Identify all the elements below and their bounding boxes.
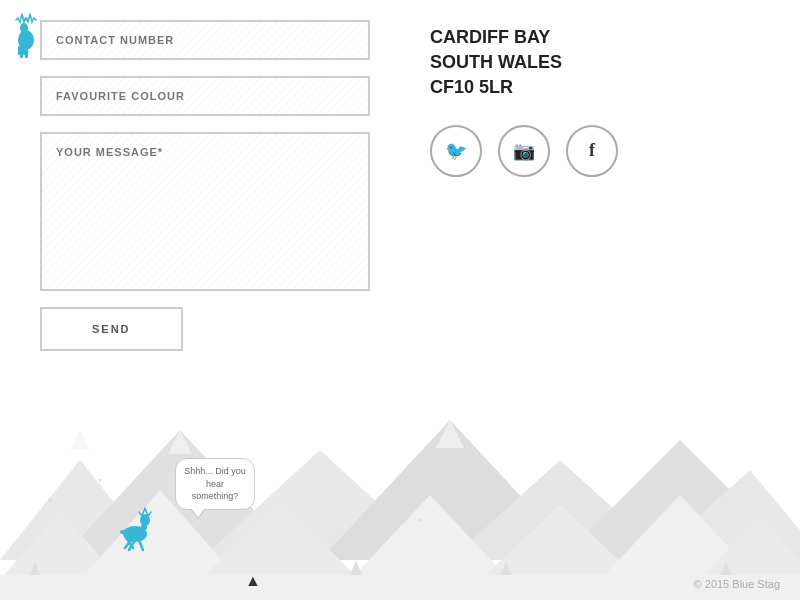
speech-bubble-text: Shhh... Did you hear something? bbox=[184, 466, 246, 501]
message-field bbox=[40, 132, 370, 291]
instagram-link[interactable]: 📷 bbox=[498, 125, 550, 177]
message-textarea[interactable] bbox=[42, 134, 368, 289]
address-block: CARDIFF BAY SOUTH WALES CF10 5LR bbox=[430, 25, 760, 101]
svg-marker-20 bbox=[70, 430, 90, 450]
facebook-link[interactable]: f bbox=[566, 125, 618, 177]
social-icons-group: 🐦 📷 f bbox=[430, 125, 760, 177]
contact-number-input[interactable] bbox=[42, 22, 368, 58]
svg-point-24 bbox=[48, 498, 52, 502]
contact-info: CARDIFF BAY SOUTH WALES CF10 5LR 🐦 📷 f bbox=[370, 20, 760, 351]
speech-bubble: Shhh... Did you hear something? bbox=[175, 458, 255, 510]
mountain-scene bbox=[0, 400, 800, 600]
footer-copyright: © 2015 Blue Stag bbox=[694, 578, 780, 590]
svg-point-27 bbox=[419, 519, 422, 522]
address-line3: CF10 5LR bbox=[430, 75, 760, 100]
deer-logo bbox=[10, 12, 42, 66]
running-deer bbox=[115, 504, 170, 558]
svg-point-29 bbox=[699, 499, 702, 502]
svg-point-25 bbox=[99, 479, 102, 482]
svg-point-37 bbox=[120, 530, 126, 534]
cursor: ▲ bbox=[245, 572, 261, 590]
svg-rect-23 bbox=[0, 575, 800, 600]
twitter-link[interactable]: 🐦 bbox=[430, 125, 482, 177]
twitter-icon: 🐦 bbox=[445, 140, 467, 162]
svg-marker-31 bbox=[350, 560, 362, 575]
svg-line-38 bbox=[139, 540, 143, 550]
svg-point-1 bbox=[20, 23, 28, 33]
facebook-icon: f bbox=[589, 140, 595, 161]
favourite-colour-input[interactable] bbox=[42, 78, 368, 114]
svg-point-26 bbox=[388, 488, 392, 492]
address-line2: SOUTH WALES bbox=[430, 50, 760, 75]
contact-number-field bbox=[40, 20, 370, 60]
svg-point-28 bbox=[648, 483, 652, 487]
svg-rect-4 bbox=[18, 46, 21, 55]
contact-form: SEND bbox=[40, 20, 370, 351]
favourite-colour-field bbox=[40, 76, 370, 116]
address-line1: CARDIFF BAY bbox=[430, 25, 760, 50]
send-button[interactable]: SEND bbox=[40, 307, 183, 351]
instagram-icon: 📷 bbox=[513, 140, 535, 162]
svg-rect-5 bbox=[23, 46, 26, 55]
